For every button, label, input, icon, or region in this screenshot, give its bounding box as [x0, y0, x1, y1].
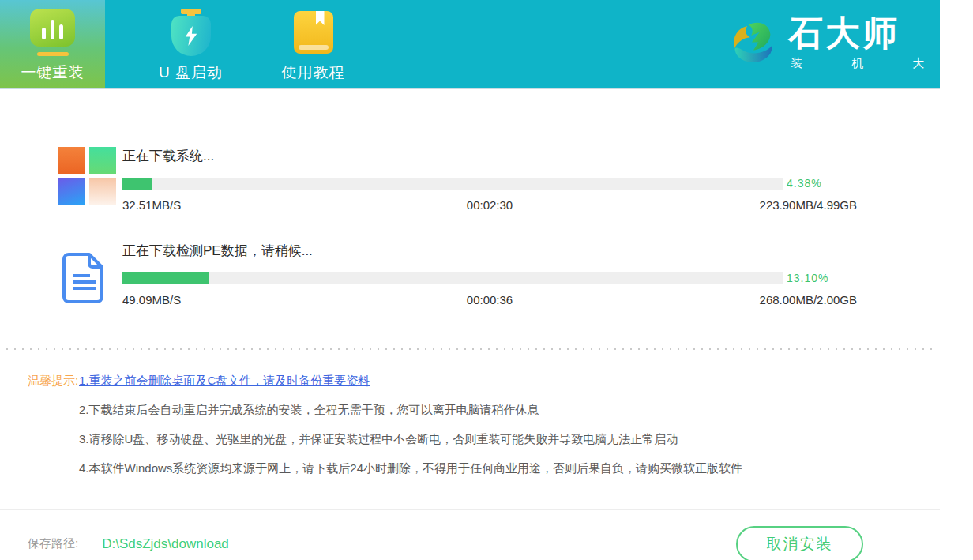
tab-usb-boot[interactable]: U 盘启动	[138, 0, 243, 88]
system-download-section: 正在下载系统... 4.38% 32.51MB/S 00:02:30 223.9…	[58, 147, 940, 212]
progress-percent: 13.10%	[787, 272, 828, 284]
cancel-install-button[interactable]: 取消安装	[736, 526, 863, 560]
tip-item: 3.请移除U盘、移动硬盘、光驱里的光盘，并保证安装过程中不会断电，否则重装可能失…	[79, 432, 742, 445]
download-speed: 32.51MB/S	[122, 198, 367, 212]
download-status-text: 正在下载检测PE数据，请稍候...	[122, 242, 857, 260]
progress-fill	[122, 272, 209, 284]
tips-label: 温馨提示:	[28, 374, 79, 490]
progress-bar	[122, 272, 783, 284]
windows-logo-icon	[58, 147, 117, 205]
lightning-bolt-icon	[184, 25, 198, 47]
tab-label: 一键重装	[21, 62, 85, 83]
download-size: 268.00MB/2.00GB	[612, 293, 857, 306]
tab-one-key-reinstall[interactable]: 一键重装	[0, 0, 105, 88]
header-bar: 一键重装 U 盘启动	[0, 0, 940, 89]
book-icon	[294, 11, 333, 54]
download-time: 00:00:36	[367, 293, 612, 306]
progress-fill	[122, 178, 152, 190]
brand-subtitle: 装 机 大 师	[788, 56, 973, 71]
download-area: 正在下载系统... 4.38% 32.51MB/S 00:02:30 223.9…	[0, 89, 940, 306]
progress-percent: 4.38%	[787, 177, 822, 190]
footer-bar: 保存路径: D:\SdsZjds\download 取消安装	[0, 510, 940, 560]
save-path-value: D:\SdsZjds\download	[102, 536, 229, 552]
download-time: 00:02:30	[367, 198, 612, 212]
dotted-divider	[6, 348, 934, 350]
tip-item: 2.下载结束后会自动重启并完成系统的安装，全程无需干预，您可以离开电脑请稍作休息	[79, 403, 742, 416]
document-icon	[62, 253, 107, 303]
usb-drive-icon	[170, 9, 212, 56]
tab-tutorial[interactable]: 使用教程	[261, 0, 366, 88]
tip-item: 4.本软件Windows系统资源均来源于网上，请下载后24小时删除，不得用于任何…	[79, 461, 742, 475]
tip-item-backup-warning: 1.重装之前会删除桌面及C盘文件，请及时备份重要资料	[79, 374, 742, 387]
active-tab-underline	[37, 52, 69, 56]
save-path-label: 保存路径:	[28, 536, 78, 551]
tab-label: U 盘启动	[159, 62, 223, 83]
tab-label: 使用教程	[282, 62, 345, 83]
download-speed: 49.09MB/S	[122, 293, 367, 306]
bar-chart-icon	[30, 9, 75, 47]
brand-title: 石大师	[788, 16, 973, 51]
brand-logo-icon	[728, 16, 779, 71]
brand-logo: 石大师 装 机 大 师	[728, 16, 973, 71]
download-status-text: 正在下载系统...	[122, 147, 857, 165]
download-size: 223.90MB/4.99GB	[612, 198, 857, 212]
app-window: 一键重装 U 盘启动	[0, 0, 940, 560]
pe-download-section: 正在下载检测PE数据，请稍候... 13.10% 49.09MB/S 00:00…	[58, 242, 940, 306]
tips-section: 温馨提示: 1.重装之前会删除桌面及C盘文件，请及时备份重要资料 2.下载结束后…	[0, 374, 940, 490]
progress-bar	[122, 178, 783, 190]
